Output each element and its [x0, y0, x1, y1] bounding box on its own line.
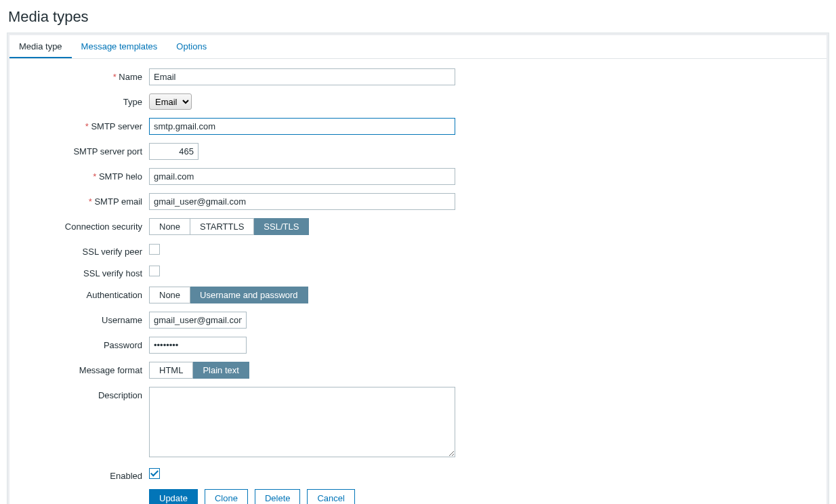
tab-message-templates[interactable]: Message templates — [72, 35, 167, 58]
username-input[interactable] — [149, 312, 247, 329]
label-message-format: Message format — [16, 362, 149, 375]
form: Name Type Email SMTP server — [9, 59, 827, 504]
conn-security-ssltls[interactable]: SSL/TLS — [254, 218, 309, 235]
tab-options[interactable]: Options — [167, 35, 216, 58]
conn-security-group: None STARTTLS SSL/TLS — [149, 218, 309, 235]
tab-media-type[interactable]: Media type — [9, 35, 72, 58]
label-type: Type — [16, 93, 149, 107]
update-button[interactable]: Update — [149, 489, 198, 504]
content-panel-inner: Media type Message templates Options Nam… — [9, 35, 827, 504]
enabled-checkbox[interactable] — [149, 468, 160, 479]
conn-security-none[interactable]: None — [149, 218, 190, 235]
label-smtp-email: SMTP email — [16, 193, 149, 207]
description-input[interactable] — [149, 387, 455, 457]
label-username: Username — [16, 312, 149, 325]
label-ssl-verify-peer: SSL verify peer — [16, 243, 149, 257]
label-ssl-verify-host: SSL verify host — [16, 265, 149, 278]
type-select[interactable]: Email — [149, 93, 192, 110]
button-row: Update Clone Delete Cancel — [149, 489, 820, 504]
ssl-verify-peer-checkbox[interactable] — [149, 244, 160, 255]
clone-button[interactable]: Clone — [205, 489, 248, 504]
authentication-userpass[interactable]: Username and password — [190, 287, 308, 303]
ssl-verify-host-checkbox[interactable] — [149, 266, 160, 276]
content-panel: Media type Message templates Options Nam… — [7, 33, 829, 504]
label-password: Password — [16, 337, 149, 350]
authentication-none[interactable]: None — [149, 287, 190, 303]
label-smtp-helo: SMTP helo — [16, 168, 149, 182]
smtp-email-input[interactable] — [149, 193, 455, 210]
name-input[interactable] — [149, 68, 455, 85]
label-description: Description — [16, 387, 149, 400]
label-conn-security: Connection security — [16, 218, 149, 232]
tab-bar: Media type Message templates Options — [9, 35, 827, 59]
message-format-plain[interactable]: Plain text — [193, 362, 249, 379]
cancel-button[interactable]: Cancel — [307, 489, 354, 504]
authentication-group: None Username and password — [149, 287, 308, 303]
label-enabled: Enabled — [16, 467, 149, 481]
label-name: Name — [16, 68, 149, 82]
smtp-port-input[interactable] — [149, 143, 198, 160]
message-format-html[interactable]: HTML — [149, 362, 193, 379]
page-title: Media types — [7, 5, 829, 33]
delete-button[interactable]: Delete — [255, 489, 301, 504]
password-input[interactable] — [149, 337, 247, 354]
smtp-server-input[interactable] — [149, 118, 455, 135]
conn-security-starttls[interactable]: STARTTLS — [190, 218, 254, 235]
label-authentication: Authentication — [16, 287, 149, 300]
label-smtp-server: SMTP server — [16, 118, 149, 131]
label-smtp-port: SMTP server port — [16, 143, 149, 156]
smtp-helo-input[interactable] — [149, 168, 455, 185]
message-format-group: HTML Plain text — [149, 362, 249, 379]
